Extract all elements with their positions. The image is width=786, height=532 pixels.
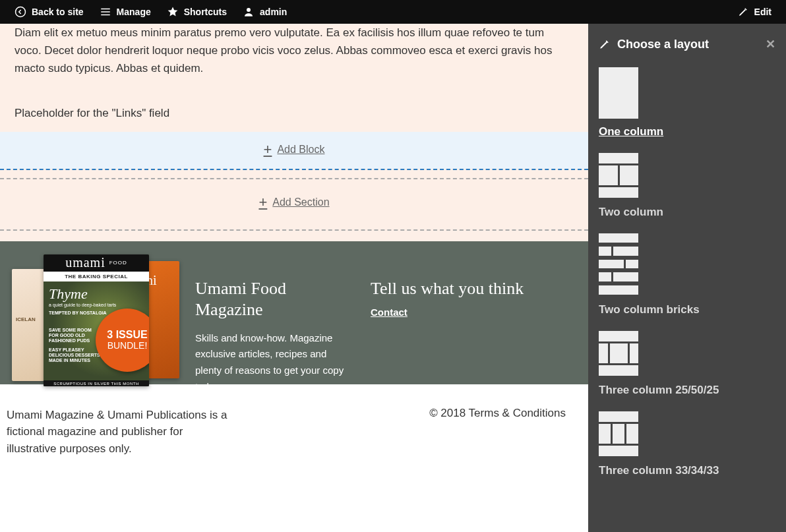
pencil-icon (737, 6, 749, 18)
pencil-icon (599, 38, 611, 50)
body-text: Diam elit ex metuo meus minim paratus pr… (0, 24, 588, 88)
plus-icon: + (258, 194, 267, 211)
edit-button[interactable]: Edit (729, 0, 779, 24)
page-content: Diam elit ex metuo meus minim paratus pr… (0, 24, 588, 457)
disclaimer-text: Umami Magazine & Umami Publications is a… (7, 407, 231, 458)
three-column-255025-thumb-icon (599, 331, 638, 377)
add-section-link[interactable]: + Add Section (258, 194, 329, 211)
manage-label: Manage (117, 7, 151, 17)
back-to-site-label: Back to site (32, 7, 84, 17)
layout-picker-panel: Choose a layout ✕ One column Two column (588, 24, 786, 532)
magazine-title: Umami Food Magazine (195, 278, 353, 321)
user-label: admin (260, 7, 287, 17)
magazine-cover-image: ICELAN ni umamiFOOD THE BAKING SPECIAL T… (12, 254, 178, 384)
contact-link[interactable]: Contact (371, 307, 408, 318)
layout-option-two-column-bricks[interactable]: Two column bricks (599, 233, 775, 316)
layout-option-two-column[interactable]: Two column (599, 153, 775, 219)
layout-options-list: One column Two column Two column bricks (588, 62, 786, 497)
footer-promo: ICELAN ni umamiFOOD THE BAKING SPECIAL T… (0, 241, 588, 384)
magazine-promo-text: Umami Food Magazine Skills and know-how.… (195, 254, 353, 384)
two-column-bricks-thumb-icon (599, 233, 638, 297)
admin-toolbar: Back to site Manage Shortcuts admin Edit (0, 0, 786, 24)
close-panel-button[interactable]: ✕ (766, 37, 775, 51)
shortcuts-button[interactable]: Shortcuts (159, 0, 235, 24)
three-column-333433-thumb-icon (599, 411, 638, 458)
user-icon (243, 6, 255, 18)
terms-link[interactable]: © 2018 Terms & Conditions (429, 407, 566, 458)
contact-title: Tell us what you think (371, 278, 524, 299)
star-icon (167, 6, 179, 18)
layout-label: Three column 25/50/25 (599, 384, 719, 397)
manage-button[interactable]: Manage (92, 0, 159, 24)
two-column-thumb-icon (599, 153, 638, 199)
layout-option-three-column-333433[interactable]: Three column 33/34/33 (599, 411, 775, 477)
add-block-link[interactable]: + Add Block (264, 141, 325, 158)
back-arrow-icon (15, 6, 26, 18)
magazine-description: Skills and know-how. Magazine exclusive … (195, 330, 353, 396)
add-block-label: Add Block (277, 144, 324, 156)
one-column-thumb-icon (599, 67, 638, 119)
svg-point-1 (247, 8, 251, 12)
user-menu-button[interactable]: admin (235, 0, 295, 24)
shortcuts-label: Shortcuts (184, 7, 227, 17)
panel-title: Choose a layout (617, 38, 709, 51)
plus-icon: + (264, 141, 272, 158)
layout-option-three-column-255025[interactable]: Three column 25/50/25 (599, 331, 775, 397)
layout-label: Two column bricks (599, 303, 700, 316)
add-section-region: + Add Section (0, 179, 588, 229)
add-block-region: + Add Block (0, 132, 588, 169)
layout-label: One column (599, 125, 663, 138)
svg-point-0 (16, 7, 26, 17)
contact-block: Tell us what you think Contact (371, 254, 524, 384)
links-field-placeholder: Placeholder for the "Links" field (0, 88, 588, 132)
add-section-label: Add Section (272, 196, 329, 208)
panel-header: Choose a layout ✕ (588, 24, 786, 62)
layout-label: Two column (599, 206, 663, 219)
layout-label: Three column 33/34/33 (599, 464, 719, 477)
edit-label: Edit (754, 7, 771, 17)
layout-option-one-column[interactable]: One column (599, 67, 775, 138)
hamburger-icon (100, 6, 111, 18)
back-to-site-button[interactable]: Back to site (7, 0, 92, 24)
